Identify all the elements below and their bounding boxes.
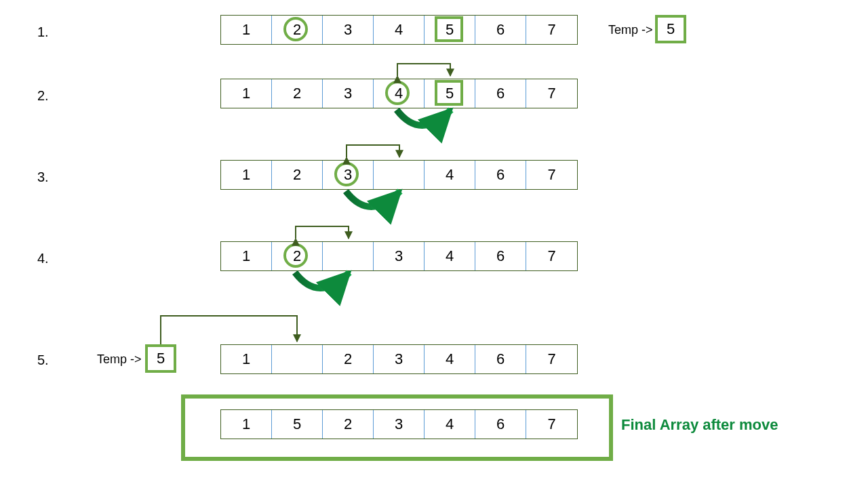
step-5-label: 5.: [37, 352, 49, 368]
cell: 1: [221, 242, 272, 270]
cell: 7: [526, 79, 577, 108]
cell: 6: [475, 79, 526, 108]
cell: 7: [526, 16, 577, 44]
step-1-temp-value: 5: [655, 15, 686, 43]
step-1-circle-icon: [283, 17, 308, 41]
step-5-temp-connector-icon: [156, 309, 312, 347]
cell: 1: [221, 410, 272, 439]
step-2-label: 2.: [37, 88, 49, 104]
step-5-temp-value: 5: [145, 344, 176, 373]
step-1-label: 1.: [37, 24, 49, 40]
step-2-circle-icon: [385, 81, 410, 105]
cell: 1: [221, 79, 272, 108]
step-2-top-connector-icon: [380, 57, 468, 80]
step-1-square-icon: [435, 16, 463, 42]
cell: 3: [323, 16, 374, 44]
cell: [323, 242, 374, 270]
cell: [272, 345, 323, 373]
final-array: 1 5 2 3 4 6 7: [220, 409, 578, 439]
step-3-label: 3.: [37, 169, 49, 185]
cell: 3: [374, 410, 425, 439]
cell: 1: [221, 161, 272, 189]
step-4-array: 1 2 3 4 6 7: [220, 241, 578, 271]
cell: 3: [374, 242, 425, 270]
cell: 2: [323, 345, 374, 373]
step-3-circle-icon: [334, 162, 359, 186]
cell: 6: [475, 345, 526, 373]
final-label: Final Array after move: [621, 416, 778, 434]
cell: 7: [526, 345, 577, 373]
step-4-top-connector-icon: [278, 220, 366, 243]
step-5-temp-label: Temp ->: [97, 352, 142, 367]
step-4-circle-icon: [283, 243, 308, 268]
cell: 1: [221, 345, 272, 373]
step-2-bottom-arrow-icon: [380, 107, 475, 141]
cell: 1: [221, 16, 272, 44]
cell: 6: [475, 16, 526, 44]
cell: 5: [272, 410, 323, 439]
step-3-bottom-arrow-icon: [329, 188, 424, 222]
cell: 2: [272, 79, 323, 108]
cell: 4: [374, 16, 425, 44]
cell: 6: [475, 410, 526, 439]
cell: 3: [323, 79, 374, 108]
cell: 3: [374, 345, 425, 373]
step-3-array: 1 2 3 4 6 7: [220, 160, 578, 190]
step-3-top-connector-icon: [329, 138, 417, 161]
cell: 4: [425, 242, 475, 270]
cell: 6: [475, 242, 526, 270]
step-4-bottom-arrow-icon: [278, 270, 373, 304]
cell: 7: [526, 242, 577, 270]
cell: 2: [272, 161, 323, 189]
step-5-array: 1 2 3 4 6 7: [220, 344, 578, 374]
step-4-label: 4.: [37, 251, 49, 266]
cell: 4: [425, 345, 475, 373]
cell: 4: [425, 161, 475, 189]
step-2-square-icon: [435, 80, 463, 106]
step-1-temp-label: Temp ->: [608, 23, 653, 37]
cell: 7: [526, 410, 577, 439]
step-1-array: 1 2 3 4 5 6 7: [220, 15, 578, 45]
cell: [374, 161, 425, 189]
cell: 7: [526, 161, 577, 189]
cell: 2: [323, 410, 374, 439]
cell: 6: [475, 161, 526, 189]
cell: 4: [425, 410, 475, 439]
